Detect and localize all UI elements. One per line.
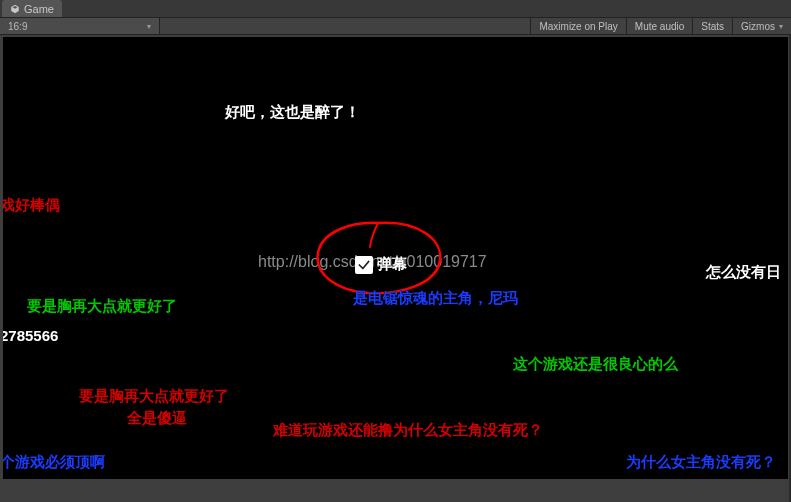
danmaku-comment: 怎么没有日 [706, 263, 781, 282]
danmaku-toggle[interactable]: 弹幕 [355, 255, 407, 274]
stats-button[interactable]: Stats [692, 18, 732, 34]
aspect-ratio-value: 16:9 [8, 21, 27, 32]
maximize-on-play-label: Maximize on Play [539, 21, 617, 32]
gizmos-label: Gizmos [741, 21, 775, 32]
danmaku-comment: 戏好棒偶 [3, 196, 60, 215]
aspect-ratio-dropdown[interactable]: 16:9 ▾ [0, 18, 160, 34]
danmaku-comment: 好吧，这也是醉了！ [225, 103, 360, 122]
danmaku-comment: 要是胸再大点就更好了 [79, 387, 229, 406]
chevron-down-icon: ▾ [779, 22, 783, 31]
chevron-down-icon: ▾ [147, 22, 151, 31]
mute-audio-button[interactable]: Mute audio [626, 18, 692, 34]
game-toolbar: 16:9 ▾ Maximize on Play Mute audio Stats… [0, 17, 791, 35]
unity-icon [10, 4, 20, 14]
toolbar-left: 16:9 ▾ [0, 18, 160, 34]
danmaku-comment: 是电锯惊魂的主角，尼玛 [353, 289, 518, 308]
danmaku-comment: 要是胸再大点就更好了 [27, 297, 177, 316]
game-tab[interactable]: Game [2, 0, 62, 17]
gizmos-dropdown[interactable]: Gizmos ▾ [732, 18, 791, 34]
stats-label: Stats [701, 21, 724, 32]
danmaku-comment: 这个游戏还是很良心的么 [513, 355, 678, 374]
mute-audio-label: Mute audio [635, 21, 684, 32]
danmaku-comment: 全是傻逼 [127, 409, 187, 428]
toolbar-right: Maximize on Play Mute audio Stats Gizmos… [530, 18, 791, 34]
check-icon [357, 258, 371, 272]
danmaku-comment: 个游戏必须顶啊 [3, 453, 105, 472]
game-tab-label: Game [24, 3, 54, 15]
editor-tab-bar: Game [0, 0, 791, 17]
game-view: http://blog.csdn.net/u010019717 弹幕 好吧，这也… [0, 35, 791, 502]
maximize-on-play-button[interactable]: Maximize on Play [530, 18, 625, 34]
danmaku-comment: 为什么女主角没有死？ [626, 453, 776, 472]
danmaku-checkbox[interactable] [355, 256, 373, 274]
danmaku-comment: 2785566 [3, 327, 58, 344]
danmaku-comment: 难道玩游戏还能撸为什么女主角没有死？ [273, 421, 543, 440]
danmaku-toggle-label: 弹幕 [377, 255, 407, 274]
game-stage: http://blog.csdn.net/u010019717 弹幕 好吧，这也… [3, 37, 788, 479]
stage-wrap: http://blog.csdn.net/u010019717 弹幕 好吧，这也… [0, 35, 791, 502]
